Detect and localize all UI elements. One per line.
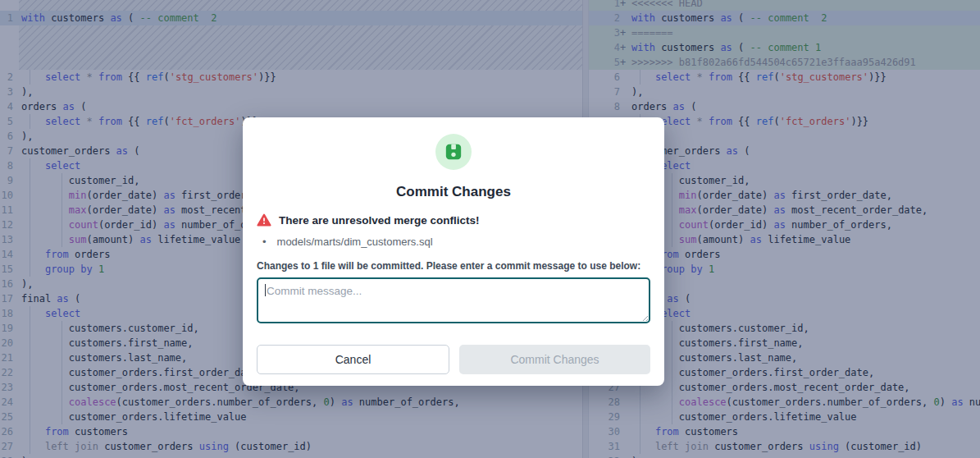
- warning-icon: [257, 213, 271, 227]
- save-icon: [444, 143, 463, 161]
- warning-text: There are unresolved merge conflicts!: [279, 214, 480, 227]
- conflict-file-path: models/marts/dim_customers.sql: [277, 236, 433, 248]
- bullet-icon: •: [262, 236, 267, 248]
- modal-title: Commit Changes: [257, 184, 650, 200]
- cancel-button[interactable]: Cancel: [257, 345, 449, 374]
- modal-buttons: Cancel Commit Changes: [257, 345, 650, 374]
- text-cursor: [265, 284, 266, 296]
- commit-message-wrap: [257, 277, 650, 323]
- commit-message-input[interactable]: [257, 277, 650, 323]
- commit-instruction: Changes to 1 file will be committed. Ple…: [257, 260, 650, 272]
- merge-conflict-warning: There are unresolved merge conflicts!: [257, 213, 650, 227]
- commit-changes-modal: Commit Changes There are unresolved merg…: [243, 117, 664, 386]
- conflict-file-item: • models/marts/dim_customers.sql: [257, 236, 650, 248]
- save-icon-circle: [435, 134, 472, 170]
- commit-changes-button[interactable]: Commit Changes: [459, 345, 650, 374]
